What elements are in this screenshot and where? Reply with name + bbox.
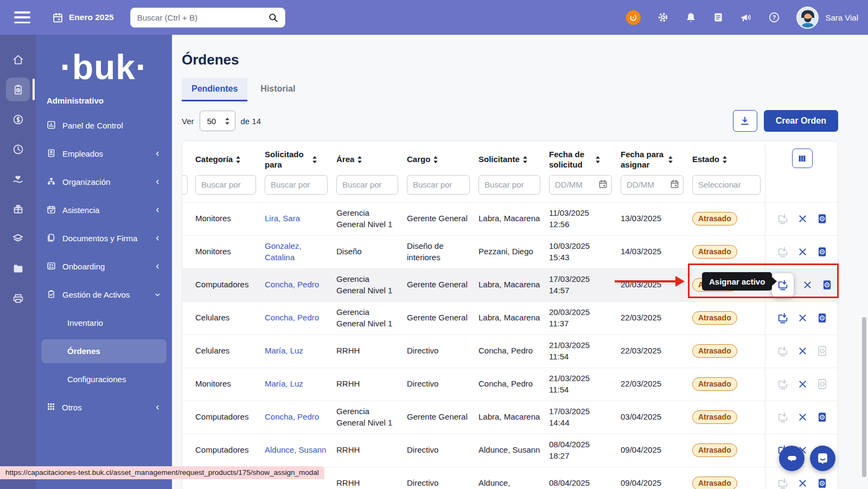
tab-pendientes[interactable]: Pendientes bbox=[182, 78, 247, 101]
view-order-icon[interactable] bbox=[816, 213, 828, 224]
assign-asset-icon[interactable] bbox=[777, 478, 789, 489]
sidebar-item-otros[interactable]: Otros bbox=[41, 396, 167, 420]
assign-asset-icon[interactable] bbox=[777, 345, 789, 357]
filter-solicitante-input[interactable] bbox=[478, 175, 540, 195]
sort-icon[interactable] bbox=[595, 156, 601, 163]
view-order-icon[interactable] bbox=[816, 411, 828, 423]
cell-solicitado-para-link[interactable]: Concha, Pedro bbox=[260, 401, 332, 434]
rail-asset-management-icon[interactable] bbox=[6, 78, 30, 101]
cell-solicitado-para-link[interactable]: Concha, Pedro bbox=[260, 269, 332, 301]
assign-asset-icon[interactable] bbox=[777, 378, 789, 390]
sidebar-subitem-ordenes[interactable]: Órdenes bbox=[41, 339, 167, 363]
sidebar-subitem-inventario[interactable]: Inventario bbox=[41, 311, 167, 335]
filter-solicitado-input[interactable] bbox=[265, 175, 328, 195]
assign-asset-icon[interactable] bbox=[777, 213, 789, 225]
column-header-fecha-solicitud[interactable]: Fecha de solicitud bbox=[545, 145, 616, 172]
rail-training-icon[interactable] bbox=[6, 227, 30, 250]
status-badge: Atrasado bbox=[692, 477, 737, 489]
settings-gear-icon[interactable] bbox=[657, 11, 669, 23]
main-content: Órdenes Pendientes Historial Ver 50 de 1… bbox=[172, 35, 868, 489]
period-selector[interactable]: Enero 2025 bbox=[52, 12, 114, 23]
column-header-estado[interactable]: Estado bbox=[688, 145, 765, 172]
user-avatar[interactable] bbox=[796, 7, 819, 29]
sidebar-item-gestion-de-activos[interactable]: Gestión de Activos bbox=[41, 283, 167, 307]
search-icon[interactable] bbox=[268, 12, 278, 23]
sidebar-item-onboarding[interactable]: Onboarding bbox=[41, 255, 167, 279]
cancel-order-icon[interactable] bbox=[797, 412, 808, 422]
rail-files-icon[interactable] bbox=[6, 256, 30, 280]
create-order-button[interactable]: Crear Orden bbox=[764, 110, 838, 132]
filter-cargo-input[interactable] bbox=[407, 175, 470, 195]
cell-solicitado-para-link[interactable]: Lira, Sara bbox=[260, 203, 332, 235]
announcements-megaphone-icon[interactable] bbox=[740, 11, 752, 23]
sidebar-item-documentos-y-firma[interactable]: Documentos y Firma bbox=[41, 227, 167, 250]
rail-payroll-icon[interactable] bbox=[6, 107, 30, 131]
chat-bubble-button[interactable] bbox=[779, 446, 805, 471]
cell-solicitado-para-link[interactable]: María, Luz bbox=[260, 368, 332, 401]
cancel-order-icon[interactable] bbox=[797, 346, 808, 356]
view-order-icon[interactable] bbox=[816, 246, 828, 258]
clipped-filter-input[interactable] bbox=[182, 175, 188, 195]
tab-historial[interactable]: Historial bbox=[251, 78, 305, 101]
hamburger-menu-icon[interactable] bbox=[14, 11, 30, 23]
cell-solicitado-para-link[interactable]: Gonzalez, Catalina bbox=[260, 236, 332, 268]
page-size-select[interactable]: 50 bbox=[200, 111, 235, 131]
vertical-scrollbar[interactable] bbox=[862, 317, 866, 477]
filter-estado-select[interactable]: Seleccionar bbox=[692, 175, 761, 195]
column-header-solicitado-para[interactable]: Solicitado para bbox=[260, 145, 332, 172]
sort-icon[interactable] bbox=[235, 156, 241, 163]
cell-solicitado-para-link[interactable]: Concha, Pedro bbox=[260, 302, 332, 334]
sort-icon[interactable] bbox=[522, 156, 528, 163]
sidebar-item-panel-de-control[interactable]: Panel de Control bbox=[41, 114, 167, 138]
search-input[interactable] bbox=[137, 13, 268, 22]
cancel-order-icon[interactable] bbox=[797, 478, 808, 488]
sidebar-subitem-configuraciones[interactable]: Configuraciones bbox=[41, 368, 167, 391]
sidebar-item-empleados[interactable]: Empleados bbox=[41, 142, 167, 166]
cancel-order-icon[interactable] bbox=[797, 214, 808, 224]
cancel-order-icon[interactable] bbox=[797, 247, 808, 257]
notifications-bell-icon[interactable] bbox=[685, 12, 697, 23]
column-settings-button[interactable] bbox=[792, 149, 813, 168]
help-icon[interactable]: ? bbox=[768, 11, 780, 23]
cell-solicitado-para-link[interactable]: María, Luz bbox=[260, 335, 332, 368]
cancel-order-icon[interactable] bbox=[802, 280, 813, 290]
sort-icon[interactable] bbox=[433, 156, 438, 163]
sort-icon[interactable] bbox=[722, 156, 727, 163]
cell-solicitado-para-link[interactable]: Aldunce, Susann bbox=[260, 434, 332, 467]
sidebar-item-asistencia[interactable]: Asistencia bbox=[41, 198, 167, 222]
column-header-cargo[interactable]: Cargo bbox=[403, 145, 474, 172]
view-order-icon[interactable] bbox=[816, 378, 828, 390]
view-order-icon[interactable] bbox=[816, 345, 828, 357]
sort-icon[interactable] bbox=[312, 156, 317, 163]
cancel-order-icon[interactable] bbox=[797, 379, 808, 389]
sidebar-item-organizacion[interactable]: Organización bbox=[41, 170, 167, 194]
messenger-button[interactable] bbox=[810, 446, 835, 471]
support-icon[interactable] bbox=[626, 10, 641, 25]
assign-asset-icon[interactable] bbox=[777, 411, 789, 423]
download-button[interactable] bbox=[733, 110, 757, 132]
view-order-icon[interactable] bbox=[816, 478, 828, 489]
sort-icon[interactable] bbox=[357, 156, 362, 163]
rail-time-icon[interactable] bbox=[6, 137, 30, 161]
assign-asset-icon[interactable] bbox=[777, 312, 789, 324]
cancel-order-icon[interactable] bbox=[797, 313, 808, 323]
filter-categoria-input[interactable] bbox=[195, 175, 256, 195]
rail-benefits-icon[interactable] bbox=[6, 167, 30, 191]
filter-fecha-asignar-input[interactable] bbox=[621, 175, 684, 195]
cell-fecha-asignar: 03/04/2025 bbox=[616, 401, 688, 434]
assign-asset-icon[interactable] bbox=[777, 246, 789, 258]
filter-area-input[interactable] bbox=[336, 175, 398, 195]
column-header-fecha-asignar[interactable]: Fecha para asignar bbox=[616, 145, 688, 172]
rail-printer-icon[interactable] bbox=[6, 286, 30, 310]
sort-icon[interactable] bbox=[668, 156, 673, 163]
view-order-icon[interactable] bbox=[816, 312, 828, 324]
column-header-area[interactable]: Área bbox=[332, 145, 403, 172]
rail-gifts-icon[interactable] bbox=[6, 197, 30, 221]
documents-icon[interactable] bbox=[713, 12, 724, 23]
column-header-categoria[interactable]: Categoría bbox=[191, 145, 260, 172]
rail-home-icon[interactable] bbox=[6, 48, 30, 72]
filter-fecha-solicitud-input[interactable] bbox=[549, 175, 612, 195]
global-search[interactable] bbox=[130, 8, 285, 28]
column-header-solicitante[interactable]: Solicitante bbox=[474, 145, 545, 172]
view-order-icon[interactable] bbox=[821, 279, 833, 291]
